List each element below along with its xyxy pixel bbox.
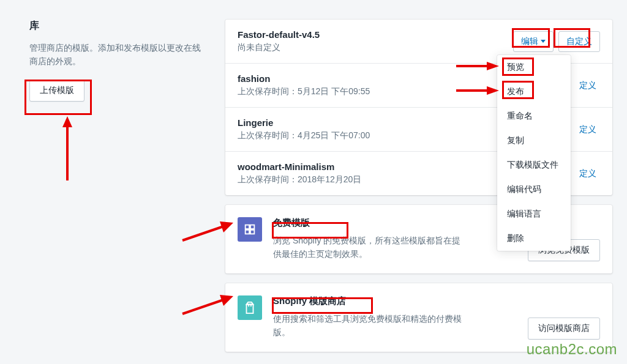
theme-store-desc: 使用搜索和筛选工具浏览免费模版和精选的付费模版。 bbox=[273, 312, 469, 340]
theme-name: fashion bbox=[238, 73, 370, 84]
edit-button[interactable]: 编辑 bbox=[513, 31, 554, 52]
dropdown-edit-code[interactable]: 编辑代码 bbox=[497, 177, 571, 202]
free-themes-title: 免费模版 bbox=[273, 217, 517, 229]
dropdown-rename[interactable]: 重命名 bbox=[497, 104, 571, 128]
svg-rect-2 bbox=[246, 230, 249, 234]
dropdown-download[interactable]: 下载模版文件 bbox=[497, 153, 571, 177]
theme-store-icon bbox=[238, 295, 262, 320]
theme-meta: 上次保存时间：4月25日 下午07:00 bbox=[238, 130, 370, 141]
edit-dropdown: 预览 发布 重命名 复制 下载模版文件 编辑代码 编辑语言 删除 bbox=[497, 55, 571, 251]
library-title: 库 bbox=[29, 20, 201, 32]
customize-button-partial[interactable]: 定义 bbox=[579, 164, 600, 184]
free-themes-desc: 浏览 Shopify 的免费模版，所有这些模版都旨在提供最佳的主页定制效果。 bbox=[273, 234, 469, 261]
chevron-down-icon bbox=[541, 40, 546, 43]
dropdown-edit-lang[interactable]: 编辑语言 bbox=[497, 202, 571, 226]
svg-rect-0 bbox=[246, 225, 249, 229]
customize-button-partial[interactable]: 定义 bbox=[579, 76, 600, 95]
free-themes-icon bbox=[238, 217, 262, 242]
library-sidebar: 库 管理商店的模版。添加和发布模版以更改在线商店的外观。 上传模版 bbox=[29, 20, 201, 352]
watermark: ucanb2c.com bbox=[527, 341, 617, 358]
dropdown-duplicate[interactable]: 复制 bbox=[497, 128, 571, 153]
upload-theme-button[interactable]: 上传模版 bbox=[29, 80, 84, 102]
theme-meta: 尚未自定义 bbox=[238, 42, 320, 53]
theme-name: Fastor-default-v4.5 bbox=[238, 29, 320, 40]
svg-rect-3 bbox=[250, 230, 254, 234]
dropdown-delete[interactable]: 删除 bbox=[497, 226, 571, 251]
dropdown-preview[interactable]: 预览 bbox=[497, 55, 571, 80]
theme-name: woodmart-Minimalism bbox=[238, 162, 361, 172]
theme-meta: 上次保存时间：2018年12月20日 bbox=[238, 174, 361, 185]
theme-meta: 上次保存时间：5月12日 下午09:55 bbox=[238, 86, 370, 97]
visit-theme-store-button[interactable]: 访问模版商店 bbox=[528, 318, 600, 340]
theme-name: Lingerie bbox=[238, 117, 370, 128]
theme-store-title: Shopify 模版商店 bbox=[273, 295, 517, 307]
customize-button-partial[interactable]: 定义 bbox=[579, 120, 600, 139]
dropdown-publish[interactable]: 发布 bbox=[497, 80, 571, 104]
library-description: 管理商店的模版。添加和发布模版以更改在线商店的外观。 bbox=[29, 41, 201, 69]
customize-button[interactable]: 自定义 bbox=[558, 31, 600, 52]
svg-rect-1 bbox=[250, 225, 254, 229]
